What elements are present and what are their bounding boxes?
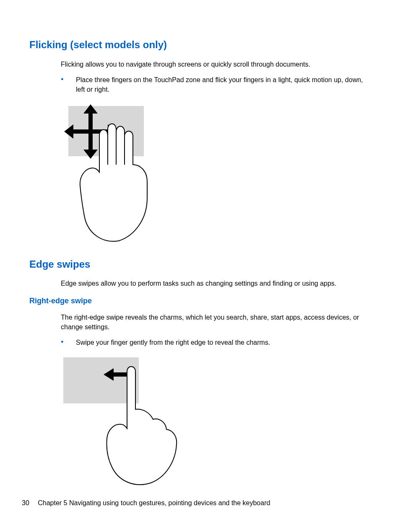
intro-edge-swipes: Edge swipes allow you to perform tasks s… [61, 279, 366, 288]
heading-right-edge-swipe: Right-edge swipe [29, 296, 371, 306]
bullet-list-flicking: Place three fingers on the TouchPad zone… [61, 75, 366, 94]
page-body: Flicking (select models only) Flicking a… [0, 0, 400, 491]
page-number: 30 [22, 498, 29, 508]
chapter-label: Chapter 5 Navigating using touch gesture… [38, 499, 270, 506]
bullet-flicking-1: Place three fingers on the TouchPad zone… [61, 75, 366, 94]
right-edge-swipe-icon [61, 355, 187, 489]
heading-edge-swipes: Edge swipes [29, 257, 371, 271]
page-footer: 30 Chapter 5 Navigating using touch gest… [22, 498, 270, 508]
heading-flicking: Flicking (select models only) [29, 38, 371, 52]
figure-right-edge [61, 355, 371, 491]
intro-flicking: Flicking allows you to navigate through … [61, 59, 366, 69]
bullet-list-right-edge: Swipe your finger gently from the right … [61, 338, 366, 347]
flicking-hand-icon [61, 102, 170, 244]
bullet-right-edge-1: Swipe your finger gently from the right … [61, 338, 366, 347]
intro-right-edge-swipe: The right-edge swipe reveals the charms,… [61, 312, 366, 332]
figure-flicking [61, 102, 371, 247]
